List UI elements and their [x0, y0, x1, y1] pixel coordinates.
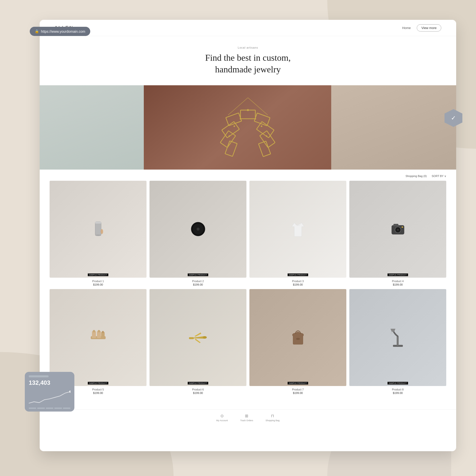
product-badge-8: SAMPLE PRODUCT — [387, 382, 408, 385]
product-image-7[interactable]: SAMPLE PRODUCT — [249, 289, 346, 386]
hero-title: Find the best in custom,handmade jewelry — [45, 52, 451, 75]
svg-point-22 — [101, 229, 103, 234]
footer-account-label: My Account — [216, 419, 228, 422]
navigation: ALLEN Home View more — [40, 20, 456, 36]
product-name-2: Product 2 — [192, 280, 204, 283]
hero-image — [40, 85, 456, 170]
nav-home-link[interactable]: Home — [402, 26, 411, 30]
product-price-8: $199.00 — [393, 391, 403, 394]
svg-rect-3 — [240, 110, 255, 119]
list-item: SAMPLE PRODUCT Product 1 $199.00 — [50, 181, 147, 286]
product-name-4: Product 4 — [392, 280, 404, 283]
product-badge-2: SAMPLE PRODUCT — [188, 273, 208, 276]
svg-rect-11 — [259, 141, 271, 157]
svg-point-17 — [229, 135, 230, 137]
product-name-3: Product 3 — [292, 280, 304, 283]
list-item: SAMPLE PRODUCT Product 7 $199.00 — [249, 289, 346, 394]
product-name-8: Product 8 — [392, 388, 404, 391]
product-badge-4: SAMPLE PRODUCT — [387, 273, 408, 276]
svg-point-36 — [93, 330, 95, 332]
product-image-3[interactable]: SAMPLE PRODUCT — [249, 181, 346, 278]
product-badge-1: SAMPLE PRODUCT — [88, 273, 109, 276]
svg-point-14 — [255, 118, 256, 119]
footer-nav-item-track[interactable]: ⊞ Track Orders — [240, 414, 253, 422]
svg-rect-20 — [95, 222, 101, 224]
products-section: Shopping Bag (0) SORT BY ∨ — [40, 170, 456, 409]
svg-point-21 — [95, 235, 101, 236]
product-name-5: Product 5 — [92, 388, 104, 391]
product-price-6: $199.00 — [193, 391, 203, 394]
svg-point-16 — [261, 125, 262, 127]
svg-rect-27 — [393, 224, 398, 226]
product-price-3: $199.00 — [293, 283, 303, 286]
svg-point-12 — [247, 109, 249, 111]
product-badge-3: SAMPLE PRODUCT — [288, 273, 308, 276]
svg-point-41 — [296, 338, 300, 340]
svg-rect-43 — [397, 336, 399, 346]
product-name-1: Product 1 — [92, 280, 104, 283]
bag-icon: ⊓ — [271, 414, 274, 418]
url-text: https://www.yourdomain.com — [41, 30, 85, 33]
footer-nav-item-account[interactable]: ⊙ My Account — [216, 414, 228, 422]
list-item: SAMPLE PRODUCT Product 8 $199.00 — [349, 289, 446, 394]
product-price-7: $199.00 — [293, 391, 303, 394]
svg-rect-19 — [95, 222, 101, 235]
list-item: SAMPLE PRODUCT Product 4 $199.00 — [349, 181, 446, 286]
product-badge-6: SAMPLE PRODUCT — [188, 382, 208, 385]
hero-subtitle: Local artisans — [45, 46, 451, 49]
account-icon: ⊙ — [220, 414, 224, 418]
footer-track-label: Track Orders — [240, 419, 253, 422]
shopping-bag-label: Shopping Bag (0) — [406, 175, 427, 178]
product-image-8[interactable]: SAMPLE PRODUCT — [349, 289, 446, 386]
product-name-7: Product 7 — [292, 388, 304, 391]
svg-point-0 — [69, 390, 70, 393]
product-image-6[interactable]: SAMPLE PRODUCT — [149, 289, 246, 386]
svg-point-37 — [98, 330, 100, 332]
browser-frame: ALLEN Home View more Local artisans Find… — [40, 20, 456, 451]
product-image-1[interactable]: SAMPLE PRODUCT — [50, 181, 147, 278]
stats-widget: 132,403 — [25, 372, 74, 412]
svg-rect-40 — [189, 337, 194, 339]
hero-section: Local artisans Find the best in custom,h… — [40, 36, 456, 80]
svg-rect-6 — [222, 121, 239, 138]
list-item: SAMPLE PRODUCT Product 6 $199.00 — [149, 289, 246, 394]
products-grid: SAMPLE PRODUCT Product 1 $199.00 — [50, 181, 446, 394]
product-price-4: $199.00 — [393, 283, 403, 286]
product-image-2[interactable]: SAMPLE PRODUCT — [149, 181, 246, 278]
svg-point-38 — [102, 331, 104, 333]
svg-rect-7 — [257, 121, 274, 138]
product-price-2: $199.00 — [193, 283, 203, 286]
svg-point-15 — [234, 125, 235, 127]
svg-line-2 — [248, 98, 268, 115]
footer-nav-item-bag[interactable]: ⊓ Shopping Bag — [266, 414, 280, 422]
lock-icon: 🔒 — [35, 29, 39, 33]
svg-rect-10 — [225, 141, 237, 156]
track-icon: ⊞ — [245, 414, 248, 418]
products-header: Shopping Bag (0) SORT BY ∨ — [50, 175, 446, 178]
product-badge-7: SAMPLE PRODUCT — [288, 382, 308, 385]
nav-right: Home View more — [402, 24, 441, 31]
product-price-1: $199.00 — [93, 283, 103, 286]
product-image-4[interactable]: SAMPLE PRODUCT — [349, 181, 446, 278]
view-more-button[interactable]: View more — [417, 24, 441, 31]
product-name-6: Product 6 — [192, 388, 204, 391]
svg-point-25 — [197, 228, 200, 231]
product-price-5: $199.00 — [93, 391, 103, 394]
product-badge-5: SAMPLE PRODUCT — [88, 382, 109, 385]
svg-point-30 — [397, 229, 399, 231]
website[interactable]: ALLEN Home View more Local artisans Find… — [40, 20, 456, 451]
necklace-svg — [213, 95, 283, 160]
product-image-5[interactable]: SAMPLE PRODUCT — [50, 289, 147, 386]
svg-point-39 — [203, 336, 207, 339]
footer-nav: ⊙ My Account ⊞ Track Orders ⊓ Shopping B… — [40, 409, 456, 426]
stats-widget-top-bar — [29, 375, 49, 377]
check-icon: ✓ — [451, 115, 456, 121]
svg-point-13 — [240, 118, 241, 119]
stats-bottom-bars — [29, 408, 70, 409]
sort-by-button[interactable]: SORT BY ∨ — [432, 175, 446, 178]
stats-chart — [29, 389, 70, 406]
list-item: SAMPLE PRODUCT Product 2 $199.00 — [149, 181, 246, 286]
url-bar[interactable]: 🔒 https://www.yourdomain.com — [30, 27, 90, 36]
svg-rect-31 — [402, 227, 403, 228]
footer-bag-label: Shopping Bag — [266, 419, 280, 422]
